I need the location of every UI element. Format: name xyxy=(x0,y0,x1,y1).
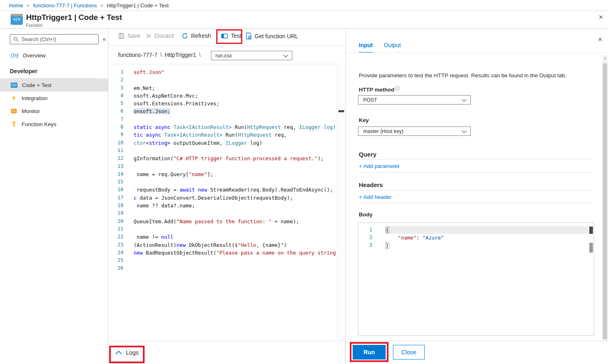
test-panel: × Input Output Provide parameters to tes… xyxy=(345,28,608,364)
code-editor[interactable]: 1234567891011121314151617181920212223242… xyxy=(108,65,345,341)
line-number: 2 xyxy=(108,76,123,84)
code-line[interactable]: onsoft.Json; xyxy=(134,107,336,115)
sidebar-group-developer: Developer xyxy=(10,68,37,74)
line-number: 4 xyxy=(108,92,123,100)
code-line[interactable] xyxy=(134,225,336,233)
code-line[interactable]: ·requestBody·=·await·new·StreamReader(re… xyxy=(134,186,336,194)
close-button[interactable]: Close xyxy=(393,345,425,360)
line-number: 25 xyxy=(108,257,123,264)
body-line[interactable]: "name": "Azure" xyxy=(386,234,588,242)
body-line[interactable]: } xyxy=(386,242,588,249)
test-panel-close-icon[interactable]: × xyxy=(598,35,602,44)
line-number: 16 xyxy=(108,186,123,194)
line-number: 22 xyxy=(108,233,123,241)
code-line[interactable]: osoft.Extensions.Primitives; xyxy=(134,100,336,107)
logs-expander-button[interactable]: Logs xyxy=(115,349,138,356)
line-number: 3 xyxy=(108,84,123,92)
chevron-down-icon xyxy=(283,54,288,58)
code-line[interactable] xyxy=(134,163,336,170)
code-line[interactable] xyxy=(134,76,336,84)
body-lines[interactable]: { "name": "Azure"} xyxy=(386,226,588,249)
code-line[interactable] xyxy=(134,116,336,123)
search-input[interactable] xyxy=(22,36,95,42)
key-dropdown[interactable]: master (Host key) xyxy=(358,126,471,136)
body-line[interactable]: { xyxy=(386,226,588,234)
code-line[interactable]: em.Net; xyxy=(134,84,336,92)
save-icon xyxy=(118,33,125,39)
get-function-url-button[interactable]: Get function URL xyxy=(246,33,298,39)
code-line[interactable] xyxy=(134,264,336,272)
line-number: 10 xyxy=(108,139,123,147)
discard-button[interactable]: Discard xyxy=(146,33,173,39)
code-line[interactable]: osoft.AspNetCore.Mvc; xyxy=(134,92,336,100)
save-label: Save xyxy=(127,33,140,39)
body-editor[interactable]: 123 { "name": "Azure"} xyxy=(358,222,594,336)
code-line[interactable]: tic·async·Task<IActionResult>·Run(HttpRe… xyxy=(134,131,336,139)
code-line[interactable]: (ActionResult)new·OkObjectResult($"Hello… xyxy=(134,241,336,249)
scroll-up-arrow-icon[interactable]: ▲ xyxy=(602,57,608,59)
refresh-icon xyxy=(182,33,188,39)
sidebar-item-function-keys[interactable]: Function Keys xyxy=(0,118,108,131)
test-button[interactable]: Test xyxy=(221,33,241,39)
code-panel: Save Discard Refresh Test xyxy=(108,28,345,364)
sidebar-item-label: Code + Test xyxy=(22,82,51,88)
tabs-divider xyxy=(346,52,608,53)
sidebar-item-integration[interactable]: Integration xyxy=(0,92,108,105)
line-number: 3 xyxy=(358,242,372,249)
tab-output[interactable]: Output xyxy=(384,42,401,53)
run-highlight-annotation: Run xyxy=(350,342,389,362)
code-line[interactable] xyxy=(134,209,336,217)
line-number: 5 xyxy=(108,100,123,107)
chevron-down-icon xyxy=(461,130,467,133)
document-link-icon xyxy=(246,33,252,39)
panel-scrollbar-thumb[interactable] xyxy=(603,63,607,339)
sidebar-item-label: Function Keys xyxy=(22,121,57,127)
sidebar-item-label: Overview xyxy=(23,52,46,59)
sidebar-item-code-test[interactable]: </> Code + Test xyxy=(0,78,108,92)
scrollbar-selection-marker xyxy=(338,110,344,112)
tab-input[interactable]: Input xyxy=(359,42,373,53)
code-lines[interactable]: soft.Json"em.Net;osoft.AspNetCore.Mvc;os… xyxy=(134,68,336,272)
blade-close-icon[interactable]: × xyxy=(599,13,603,22)
add-parameter-link[interactable]: + Add parameter xyxy=(359,163,399,169)
editor-scrollbar[interactable] xyxy=(337,65,345,341)
code-line[interactable]: ·name·=·req.Query["name"]; xyxy=(134,170,336,178)
http-method-dropdown[interactable]: POST xyxy=(358,95,471,105)
sidebar-collapse-icon[interactable]: « xyxy=(103,35,106,42)
function-app-name: functions-777-7 xyxy=(118,52,158,58)
headers-section-header: Headers xyxy=(359,181,383,188)
breadcrumb-function-app[interactable]: functions-777-7 | Functions xyxy=(33,2,97,9)
section-divider xyxy=(358,203,594,203)
code-line[interactable]: QueueItem.Add("Name·passed·to·the·functi… xyxy=(134,218,336,225)
code-line[interactable] xyxy=(134,178,336,186)
code-line[interactable]: ctor<string>·outputQueueItem,·ILogger·lo… xyxy=(134,139,336,147)
sidebar-item-overview[interactable]: {ƒx} Overview xyxy=(0,49,108,62)
body-scrollbar[interactable] xyxy=(589,223,593,335)
code-line[interactable]: static·async·Task<IActionResult>·Run(Htt… xyxy=(134,123,336,131)
section-divider xyxy=(358,172,594,173)
code-line[interactable]: ·name·??·data?.name; xyxy=(134,202,336,209)
discard-x-icon xyxy=(146,33,151,39)
refresh-button[interactable]: Refresh xyxy=(182,33,211,39)
code-line[interactable]: gInformation("C#·HTTP·trigger·function·p… xyxy=(134,155,336,162)
code-line[interactable]: c·data·=·JsonConvert.DeserializeObject(r… xyxy=(134,194,336,202)
code-line[interactable]: new·BadRequestObjectResult("Please·pass·… xyxy=(134,249,336,257)
run-button[interactable]: Run xyxy=(353,345,386,360)
add-header-link[interactable]: + Add header xyxy=(359,194,392,200)
panel-scrollbar[interactable]: ▲ xyxy=(602,55,608,341)
code-line[interactable] xyxy=(134,257,336,264)
line-number: 13 xyxy=(108,163,123,170)
code-line[interactable]: ·name·!=·null xyxy=(134,233,336,241)
test-panel-tabs: Input Output xyxy=(359,42,401,53)
sidebar-search[interactable] xyxy=(10,34,99,44)
save-button[interactable]: Save xyxy=(118,33,140,39)
code-line[interactable]: soft.Json" xyxy=(134,68,336,76)
breadcrumb-home[interactable]: Home xyxy=(9,2,23,9)
line-number: 12 xyxy=(108,155,123,162)
code-line[interactable] xyxy=(134,147,336,155)
line-number: 23 xyxy=(108,241,123,249)
backslash-separator: \ xyxy=(158,52,165,58)
file-select-dropdown[interactable]: run.csx xyxy=(211,51,292,60)
test-description: Provide parameters to test the HTTP requ… xyxy=(359,72,579,78)
sidebar-item-monitor[interactable]: Monitor xyxy=(0,105,108,118)
